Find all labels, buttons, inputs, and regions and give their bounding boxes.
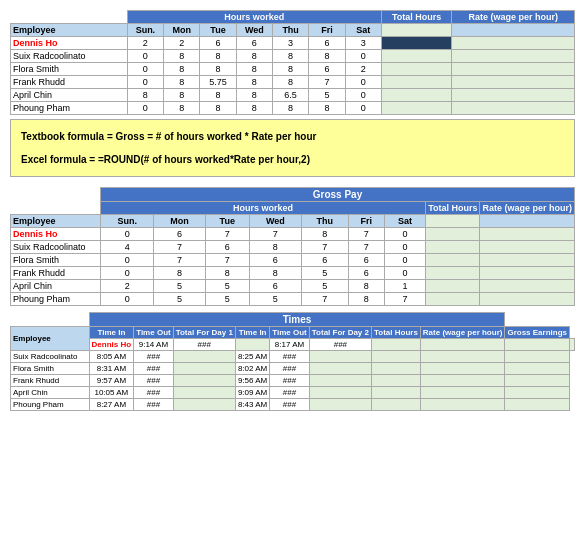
- s2-total-header: Total Hours: [426, 202, 480, 215]
- formula-line1: Textbook formula = Gross = # of hours wo…: [21, 128, 564, 145]
- s1-emp-header: Employee: [11, 24, 128, 37]
- s1-phoung-total: [381, 102, 451, 115]
- s3-suix-rate: [420, 351, 505, 363]
- s3-frank-td2: [309, 375, 371, 387]
- s2-april-mon: 5: [154, 280, 205, 293]
- s3-phoung-tin1: 8:27 AM: [89, 399, 134, 411]
- s2-suix-mon: 7: [154, 241, 205, 254]
- s2-flora-mon: 7: [154, 254, 205, 267]
- s1-phoung-tue: 8: [200, 102, 236, 115]
- s2-april-tue: 5: [205, 280, 249, 293]
- s1-suix-total: [381, 50, 451, 63]
- s2-total-col: [426, 215, 480, 228]
- s1-suix-wed: 8: [236, 50, 272, 63]
- s2-frank-fri: 6: [348, 267, 384, 280]
- s2-grosspay-title: Gross Pay: [101, 188, 575, 202]
- section2-table: Gross Pay Hours worked Total Hours Rate …: [10, 187, 575, 306]
- s2-suix-wed: 8: [249, 241, 301, 254]
- s1-april-sat: 0: [345, 89, 381, 102]
- s1-suix-tue: 8: [200, 50, 236, 63]
- s3-row-frank: Frank Rhudd 9:57 AM ### 9:56 AM ###: [11, 375, 575, 387]
- s2-april-sat: 1: [384, 280, 425, 293]
- s3-dennis-td1: [235, 339, 269, 351]
- s3-suix-td2: [309, 351, 371, 363]
- s2-dennis-mon: 6: [154, 228, 205, 241]
- s2-row-suix: Suix Radcoolinato 4 7 6 8 7 7 0: [11, 241, 575, 254]
- spreadsheet: Hours worked Total Hours Rate (wage per …: [10, 10, 575, 411]
- s3-april-rate: [420, 387, 505, 399]
- s1-fri: Fri: [309, 24, 345, 37]
- s1-frank-sat: 0: [345, 76, 381, 89]
- s3-frank-tout2: ###: [270, 375, 310, 387]
- s1-april-mon: 8: [164, 89, 200, 102]
- s1-emp-dennis: Dennis Ho: [11, 37, 128, 50]
- s1-frank-rate: [452, 76, 575, 89]
- s3-april-tout1: ###: [134, 387, 174, 399]
- s1-suix-fri: 8: [309, 50, 345, 63]
- s2-frank-rate: [480, 267, 575, 280]
- s3-rate: Rate (wage per hour): [420, 327, 505, 339]
- s3-timein1: Time In: [89, 327, 134, 339]
- s1-row-suix: Suix Radcoolinato 0 8 8 8 8 8 0: [11, 50, 575, 63]
- s2-flora-wed: 6: [249, 254, 301, 267]
- s2-emp-flora: Flora Smith: [11, 254, 101, 267]
- s2-frank-sun: 0: [101, 267, 154, 280]
- s3-frank-tout1: ###: [134, 375, 174, 387]
- s3-april-tin2: 9:09 AM: [235, 387, 269, 399]
- s3-dennis-tout2: ###: [309, 339, 371, 351]
- s2-emp-april: April Chin: [11, 280, 101, 293]
- s1-tue: Tue: [200, 24, 236, 37]
- s3-phoung-tout2: ###: [270, 399, 310, 411]
- s2-rate-header: Rate (wage per hour): [480, 202, 575, 215]
- s2-phoung-tue: 5: [205, 293, 249, 306]
- s2-phoung-total: [426, 293, 480, 306]
- s2-emp-header: Employee: [11, 215, 101, 228]
- s1-dennis-sat: 3: [345, 37, 381, 50]
- s1-phoung-rate: [452, 102, 575, 115]
- s2-flora-total: [426, 254, 480, 267]
- s1-phoung-thu: 8: [272, 102, 308, 115]
- s2-row-april: April Chin 2 5 5 6 5 8 1: [11, 280, 575, 293]
- s1-suix-rate: [452, 50, 575, 63]
- s2-emp-phoung: Phoung Pham: [11, 293, 101, 306]
- s2-april-rate: [480, 280, 575, 293]
- s3-emp-april: April Chin: [11, 387, 90, 399]
- s2-phoung-sat: 7: [384, 293, 425, 306]
- s2-dennis-sat: 0: [384, 228, 425, 241]
- s3-phoung-td1: [173, 399, 235, 411]
- s3-dennis-td2: [371, 339, 420, 351]
- formula-line2: Excel formula = =ROUND(# of hours worked…: [21, 151, 564, 168]
- s1-flora-mon: 8: [164, 63, 200, 76]
- s2-emp-frank: Frank Rhudd: [11, 267, 101, 280]
- s3-totalday2: Total For Day 2: [309, 327, 371, 339]
- s2-suix-tue: 6: [205, 241, 249, 254]
- s1-flora-thu: 8: [272, 63, 308, 76]
- s3-emp-flora: Flora Smith: [11, 363, 90, 375]
- s1-flora-fri: 6: [309, 63, 345, 76]
- s2-frank-thu: 5: [301, 267, 348, 280]
- s1-frank-tue: 5.75: [200, 76, 236, 89]
- s3-dennis-rate: [505, 339, 570, 351]
- s2-phoung-fri: 8: [348, 293, 384, 306]
- s3-flora-tout2: ###: [270, 363, 310, 375]
- s1-dennis-tue: 6: [200, 37, 236, 50]
- s1-april-wed: 8: [236, 89, 272, 102]
- s1-frank-thu: 8: [272, 76, 308, 89]
- s1-flora-total: [381, 63, 451, 76]
- s3-april-td1: [173, 387, 235, 399]
- s3-phoung-rate: [420, 399, 505, 411]
- s2-suix-sun: 4: [101, 241, 154, 254]
- s1-suix-mon: 8: [164, 50, 200, 63]
- s3-april-gross: [505, 387, 570, 399]
- s3-frank-th: [371, 375, 420, 387]
- s1-sun: Sun.: [127, 24, 163, 37]
- s2-tue: Tue: [205, 215, 249, 228]
- s2-suix-fri: 7: [348, 241, 384, 254]
- s2-suix-rate: [480, 241, 575, 254]
- s3-row-dennis: Dennis Ho 9:14 AM ### 8:17 AM ###: [11, 339, 575, 351]
- s3-dennis-th: [420, 339, 505, 351]
- s2-suix-sat: 0: [384, 241, 425, 254]
- s1-april-thu: 6.5: [272, 89, 308, 102]
- s1-dennis-total: [381, 37, 451, 50]
- s2-dennis-wed: 7: [249, 228, 301, 241]
